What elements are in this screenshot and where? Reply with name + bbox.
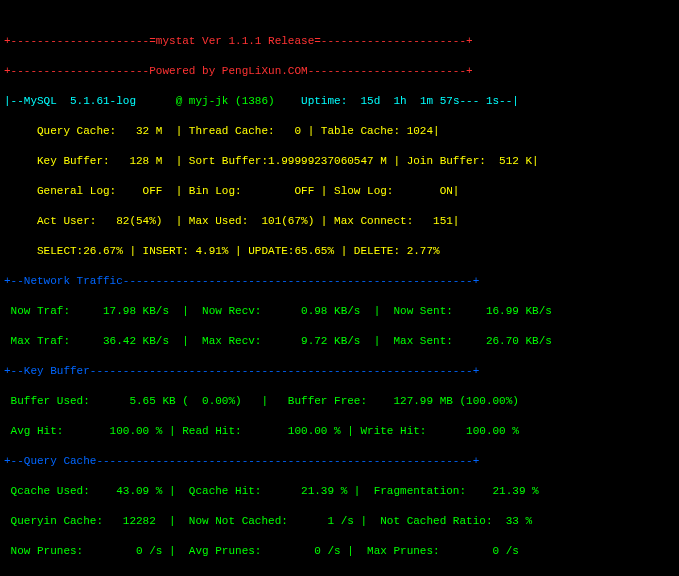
key-hit: Avg Hit: 100.00 % | Read Hit: 100.00 % |… (4, 424, 675, 439)
query-types: SELECT:26.67% | INSERT: 4.91% | UPDATE:6… (4, 244, 675, 259)
net-now: Now Traf: 17.98 KB/s | Now Recv: 0.98 KB… (4, 304, 675, 319)
qcache-used: Qcache Used: 43.09 % | Qcache Hit: 21.39… (4, 484, 675, 499)
log-info: General Log: OFF | Bin Log: OFF | Slow L… (4, 184, 675, 199)
header-line-2: +---------------------Powered by PengLiX… (4, 64, 675, 79)
section-keybuffer: +--Key Buffer---------------------------… (4, 364, 675, 379)
header-line-1: +---------------------=mystat Ver 1.1.1 … (4, 34, 675, 49)
buffer-info: Key Buffer: 128 M | Sort Buffer:1.999992… (4, 154, 675, 169)
key-buffer-used: Buffer Used: 5.65 KB ( 0.00%) | Buffer F… (4, 394, 675, 409)
section-network: +--Network Traffic----------------------… (4, 274, 675, 289)
cache-info: Query Cache: 32 M | Thread Cache: 0 | Ta… (4, 124, 675, 139)
qcache-queryin: Queryin Cache: 12282 | Now Not Cached: 1… (4, 514, 675, 529)
mysql-info: |--MySQL 5.1.61-log @ myj-jk (1386) Upti… (4, 94, 675, 109)
user-info: Act User: 82(54%) | Max Used: 101(67%) |… (4, 214, 675, 229)
section-querycache: +--Query Cache--------------------------… (4, 454, 675, 469)
qcache-prunes: Now Prunes: 0 /s | Avg Prunes: 0 /s | Ma… (4, 544, 675, 559)
net-max: Max Traf: 36.42 KB/s | Max Recv: 9.72 KB… (4, 334, 675, 349)
